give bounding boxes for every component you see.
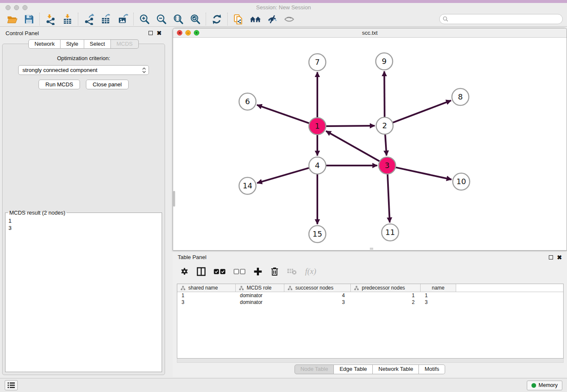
table-cell-successor-nodes: 4 xyxy=(284,293,351,298)
table-tab-motifs[interactable]: Motifs xyxy=(419,364,445,374)
refresh-layout-button[interactable] xyxy=(208,13,225,26)
hide-graphics-details-button[interactable] xyxy=(264,13,281,26)
table-row[interactable]: 1dominator411 xyxy=(177,292,563,299)
window-titlebar: Session: New Session xyxy=(0,3,567,12)
graph-node-14[interactable]: 14 xyxy=(239,177,256,194)
delete-table-icon[interactable] xyxy=(287,268,297,275)
svg-text:4: 4 xyxy=(315,161,319,170)
open-session-button[interactable] xyxy=(3,13,20,26)
graph-node-9[interactable]: 9 xyxy=(376,53,393,70)
task-history-button[interactable] xyxy=(5,380,18,390)
import-network-button[interactable] xyxy=(42,13,59,26)
float-panel-icon[interactable] xyxy=(149,31,153,35)
function-builder-icon[interactable]: f(x) xyxy=(305,267,316,276)
edge-4-14[interactable] xyxy=(257,168,309,183)
clone-network-button[interactable] xyxy=(230,13,247,26)
zoom-in-button[interactable] xyxy=(136,13,153,26)
table-cell-shared-name: 3 xyxy=(177,299,236,305)
tab-select[interactable]: Select xyxy=(84,39,111,49)
export-network-button[interactable] xyxy=(80,13,97,26)
edge-3-1[interactable] xyxy=(326,131,380,161)
select-all-checkboxes-icon[interactable] xyxy=(214,269,226,274)
search-input[interactable] xyxy=(449,15,562,23)
tab-network[interactable]: Network xyxy=(28,39,61,49)
edge-3-11[interactable] xyxy=(388,174,390,223)
edge-2-3[interactable] xyxy=(385,135,386,156)
table-body: 1dominator4113dominator323 xyxy=(177,292,563,358)
memory-button-label: Memory xyxy=(539,382,558,388)
column-header-mcds-role[interactable]: MCDS role xyxy=(236,284,284,292)
zoom-fit-button[interactable] xyxy=(170,13,187,26)
graph-node-6[interactable]: 6 xyxy=(239,93,256,110)
table-cell-name: 3 xyxy=(421,299,456,305)
table-horizontal-scrollbar[interactable] xyxy=(177,359,564,363)
close-panel-button[interactable]: Close panel xyxy=(86,80,129,89)
table-row[interactable]: 3dominator323 xyxy=(177,299,563,306)
node-table[interactable]: shared nameMCDS rolesuccessor nodesprede… xyxy=(177,284,564,359)
edge-1-2[interactable] xyxy=(326,126,375,126)
table-tab-edge-table[interactable]: Edge Table xyxy=(334,364,373,374)
delete-column-icon[interactable] xyxy=(270,267,279,276)
edge-3-10[interactable] xyxy=(396,167,451,179)
graph-node-10[interactable]: 10 xyxy=(453,173,470,190)
column-header-successor-nodes[interactable]: successor nodes xyxy=(284,284,351,292)
import-table-button[interactable] xyxy=(59,13,76,26)
edge-1-6[interactable] xyxy=(257,105,309,123)
search-field[interactable] xyxy=(439,14,563,24)
graph-node-7[interactable]: 7 xyxy=(309,54,326,71)
edge-2-9[interactable] xyxy=(384,72,385,117)
graph-node-8[interactable]: 8 xyxy=(452,88,469,105)
control-panel: Control Panel ✖ NetworkStyleSelectMCDS O… xyxy=(0,27,167,378)
table-cell-shared-name: 1 xyxy=(177,293,236,298)
svg-text:14: 14 xyxy=(243,181,253,190)
canvas-vertical-scrollbar[interactable] xyxy=(173,191,175,207)
edge-2-8[interactable] xyxy=(393,100,451,122)
add-column-icon[interactable] xyxy=(253,267,262,276)
graph-node-2[interactable]: 2 xyxy=(376,117,393,134)
zoom-selected-button[interactable] xyxy=(187,13,204,26)
mcds-result-box: MCDS result (2 nodes) 13 xyxy=(5,210,162,372)
table-gear-icon[interactable] xyxy=(180,267,189,276)
run-mcds-button[interactable]: Run MCDS xyxy=(39,80,80,89)
tab-style[interactable]: Style xyxy=(61,39,84,49)
graph-node-15[interactable]: 15 xyxy=(309,226,326,243)
table-cell-successor-nodes: 3 xyxy=(284,299,351,305)
graph-node-1[interactable]: 1 xyxy=(309,118,326,135)
toolbar-separator xyxy=(227,13,228,25)
export-table-button[interactable] xyxy=(97,13,114,26)
network-canvas[interactable]: 7968124314101511 xyxy=(173,38,567,250)
column-tree-icon xyxy=(354,286,359,290)
memory-button[interactable]: Memory xyxy=(527,381,562,390)
save-session-button[interactable] xyxy=(20,13,37,26)
svg-text:6: 6 xyxy=(245,97,250,106)
deselect-all-checkboxes-icon[interactable] xyxy=(234,269,245,274)
toolbar-separator xyxy=(78,13,78,25)
table-header-row: shared nameMCDS rolesuccessor nodesprede… xyxy=(177,284,563,292)
close-panel-icon[interactable]: ✖ xyxy=(157,30,162,36)
optimization-criterion-select[interactable]: strongly connected component xyxy=(18,65,149,75)
table-tab-node-table[interactable]: Node Table xyxy=(295,364,334,374)
graph-node-11[interactable]: 11 xyxy=(382,224,399,241)
column-header-name[interactable]: name xyxy=(421,284,456,292)
mcds-result-title: MCDS result (2 nodes) xyxy=(8,210,66,216)
network-window-titlebar[interactable]: ✕ − + scc.txt xyxy=(173,28,567,38)
graph-node-4[interactable]: 4 xyxy=(309,157,326,174)
table-panel-header: Table Panel ✖ xyxy=(173,252,567,262)
graph-node-3[interactable]: 3 xyxy=(379,157,396,174)
float-table-panel-icon[interactable] xyxy=(549,255,553,259)
home-view-button[interactable] xyxy=(247,13,264,26)
close-table-panel-icon[interactable]: ✖ xyxy=(557,255,562,260)
zoom-out-button[interactable] xyxy=(153,13,170,26)
table-tab-network-table[interactable]: Network Table xyxy=(373,364,419,374)
column-header-shared-name[interactable]: shared name xyxy=(177,284,236,292)
table-cell-mcds-role: dominator xyxy=(236,293,284,298)
split-columns-icon[interactable] xyxy=(197,267,206,276)
network-window: ✕ − + scc.txt 7968124314101511 xyxy=(173,28,567,251)
column-header-predecessor-nodes[interactable]: predecessor nodes xyxy=(351,284,421,292)
export-image-button[interactable] xyxy=(114,13,131,26)
tab-mcds[interactable]: MCDS xyxy=(111,39,138,49)
svg-text:2: 2 xyxy=(382,121,387,130)
canvas-resize-grip[interactable] xyxy=(370,248,373,250)
show-graphics-details-button[interactable] xyxy=(281,13,297,26)
mcds-result-line: 3 xyxy=(8,224,156,232)
